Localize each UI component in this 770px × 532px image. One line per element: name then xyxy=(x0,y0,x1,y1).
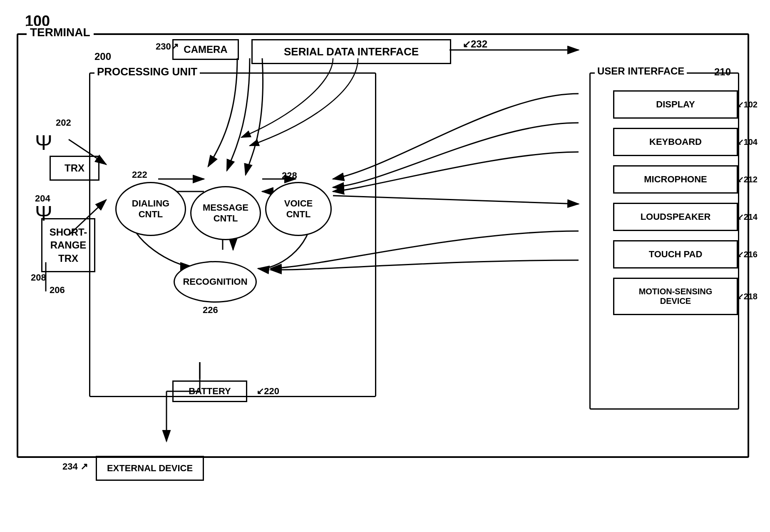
motion-sensing-box: MOTION-SENSINGDEVICE ↙218 xyxy=(613,278,738,315)
short-range-trx-label: SHORT-RANGETRX xyxy=(50,226,87,265)
display-box: DISPLAY ↙102 xyxy=(613,90,738,119)
serial-data-label: SERIAL DATA INTERFACE xyxy=(284,45,419,58)
antenna-trx-icon: Ψ xyxy=(35,131,52,155)
user-interface-label: USER INTERFACE xyxy=(595,65,687,77)
ref-218: ↙218 xyxy=(737,291,758,301)
ref-200: 200 xyxy=(94,51,111,62)
microphone-box: MICROPHONE ↙212 xyxy=(613,165,738,194)
voice-cntl-node: VOICECNTL xyxy=(265,182,332,236)
battery-box: BATTERY ↙220 xyxy=(172,380,247,402)
user-interface-box: USER INTERFACE DISPLAY ↙102 KEYBOARD ↙10… xyxy=(589,72,739,410)
camera-label: CAMERA xyxy=(184,44,227,55)
ref-234: 234 ↗ xyxy=(62,461,88,472)
ref-214: ↙214 xyxy=(737,212,758,222)
ref-228: 228 xyxy=(282,170,297,181)
microphone-label: MICROPHONE xyxy=(644,174,707,185)
touchpad-label: TOUCH PAD xyxy=(649,249,703,260)
processing-unit-label: PROCESSING UNIT xyxy=(94,65,200,78)
loudspeaker-box: LOUDSPEAKER ↙214 xyxy=(613,203,738,231)
ref-102: ↙102 xyxy=(737,99,758,109)
terminal-box: TERMINAL SERIAL DATA INTERFACE ↙232 CAME… xyxy=(17,33,749,458)
display-label: DISPLAY xyxy=(656,99,695,110)
ref-208: 208 xyxy=(31,272,46,283)
battery-label: BATTERY xyxy=(189,386,231,397)
keyboard-label: KEYBOARD xyxy=(649,137,702,147)
ref-206: 206 xyxy=(50,285,65,296)
trx-label: TRX xyxy=(65,162,84,174)
ref-222: 222 xyxy=(132,169,147,180)
dialing-cntl-label: DIALINGCNTL xyxy=(132,198,169,220)
camera-box: CAMERA xyxy=(172,39,239,60)
keyboard-box: KEYBOARD ↙104 xyxy=(613,128,738,156)
short-range-trx-box: SHORT-RANGETRX xyxy=(41,218,95,272)
trx-box: TRX xyxy=(50,156,99,181)
ref-226: 226 xyxy=(203,305,218,316)
recognition-label: RECOGNITION xyxy=(183,276,247,287)
processing-unit-box: 200 PROCESSING UNIT DIALINGCNTL 222 MESS… xyxy=(89,72,376,397)
external-device-box: EXTERNAL DEVICE xyxy=(96,456,204,481)
ref-232: ↙232 xyxy=(462,38,487,50)
touchpad-box: TOUCH PAD ↙216 xyxy=(613,240,738,268)
loudspeaker-label: LOUDSPEAKER xyxy=(641,211,711,222)
ref-202: 202 xyxy=(56,117,71,128)
voice-cntl-label: VOICECNTL xyxy=(284,198,313,220)
dialing-cntl-node: DIALINGCNTL xyxy=(115,182,186,236)
external-device-label: EXTERNAL DEVICE xyxy=(107,463,193,474)
serial-data-interface-box: SERIAL DATA INTERFACE ↙232 xyxy=(251,39,451,64)
ref-230: 230↗ xyxy=(156,41,179,52)
ref-104: ↙104 xyxy=(737,137,758,147)
message-cntl-label: MESSAGECNTL xyxy=(203,202,248,224)
motion-sensing-label: MOTION-SENSINGDEVICE xyxy=(639,287,713,306)
ref-212: ↙212 xyxy=(737,174,758,184)
terminal-label: TERMINAL xyxy=(27,26,94,39)
recognition-node: RECOGNITION xyxy=(174,261,257,303)
message-cntl-node: MESSAGECNTL xyxy=(190,186,261,240)
ref-220: ↙220 xyxy=(256,386,279,397)
diagram-container: 100 TERMINAL SERIAL DATA INTERFACE ↙232 … xyxy=(0,0,770,532)
ref-216: ↙216 xyxy=(737,249,758,259)
